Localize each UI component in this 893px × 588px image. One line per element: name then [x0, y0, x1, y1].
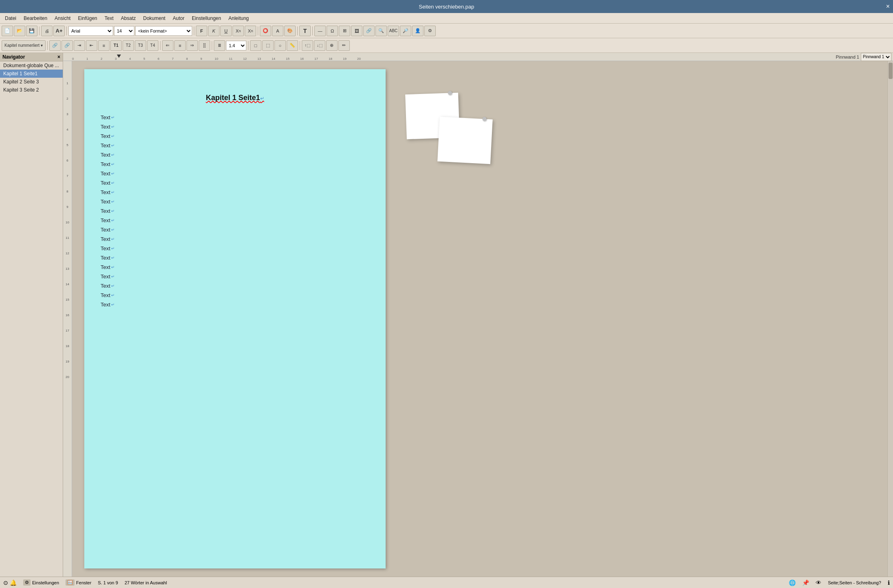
ruler-mark-14: 14: [272, 57, 275, 61]
menu-autor[interactable]: Autor: [169, 15, 188, 22]
font-color-button[interactable]: A: [272, 26, 283, 36]
font-select[interactable]: Arial: [68, 26, 113, 36]
background-color-button[interactable]: 🎨: [284, 26, 296, 36]
nav-item-kapitel3[interactable]: Kapitel 3 Seite 2: [0, 86, 63, 94]
export-button[interactable]: ↑⬚: [302, 40, 313, 51]
underline-button[interactable]: U: [220, 26, 232, 36]
status-mode: Seite;Seiten - Schreibung?: [828, 580, 881, 585]
highlight-button[interactable]: ⭕: [260, 26, 271, 36]
table-button[interactable]: ⊞: [339, 26, 350, 36]
text-line-12: Text↵: [101, 217, 369, 223]
menu-ansicht[interactable]: Ansicht: [51, 15, 74, 22]
style-select[interactable]: <kein Format>: [135, 26, 192, 36]
page-heading: Kapitel 1 Seite1↵: [101, 94, 369, 102]
nav-item-global[interactable]: Dokument-globale Que ...: [0, 61, 63, 70]
navigator-close-button[interactable]: ×: [57, 54, 60, 60]
heading1-button[interactable]: T1: [110, 40, 122, 51]
document-main: Kapitel 1 Seite1↵ Text↵ Text↵ Text↵ Text…: [72, 61, 887, 577]
settings-icon-btn[interactable]: ⚙: [424, 26, 436, 36]
status-settings-label[interactable]: Einstellungen: [32, 580, 59, 585]
bold-button[interactable]: F: [196, 26, 207, 36]
menu-bearbeiten[interactable]: Bearbeiten: [20, 15, 50, 22]
status-icon-pin: 📌: [802, 579, 809, 586]
zoom-button[interactable]: 🔎: [400, 26, 411, 36]
ruler-top: 0 1 2 3 4 5 6 7 8 9 10 11 12 13 14 15 16: [63, 53, 893, 61]
user-button[interactable]: 👤: [412, 26, 423, 36]
menu-dokument[interactable]: Dokument: [140, 15, 169, 22]
status-window-label[interactable]: Fenster: [76, 580, 91, 585]
new-button[interactable]: 📄: [2, 26, 13, 36]
chapter-num-select[interactable]: Kapitel nummerliert ▾: [2, 40, 46, 51]
align-left-button[interactable]: ⇐: [162, 40, 173, 51]
insert-line-button[interactable]: —: [314, 26, 326, 36]
ruler-mark-6: 6: [158, 57, 159, 61]
frame-button[interactable]: ⬚: [262, 40, 274, 51]
return-marker-3: ↵: [111, 134, 114, 138]
italic-button[interactable]: K: [208, 26, 219, 36]
lruler-7: 7: [63, 174, 72, 178]
status-icon-1: ⊙: [3, 579, 8, 586]
menu-anleitung[interactable]: Anleitung: [225, 15, 252, 22]
line-spacing-button[interactable]: ≣: [214, 40, 225, 51]
save-button[interactable]: 💾: [26, 26, 37, 36]
extra-button[interactable]: ⊕: [326, 40, 338, 51]
font-size-increase-button[interactable]: A+: [53, 26, 65, 36]
scrollbar-thumb[interactable]: [889, 63, 893, 79]
text-box-button[interactable]: □: [250, 40, 261, 51]
ruler-toggle-button[interactable]: 📏: [287, 40, 298, 51]
status-settings[interactable]: ⚙ Einstellungen: [23, 579, 59, 586]
menu-einstellungen[interactable]: Einstellungen: [189, 15, 224, 22]
sticky-note-2[interactable]: [437, 117, 493, 164]
special-char-button[interactable]: Ω: [327, 26, 338, 36]
heading2-button[interactable]: T2: [123, 40, 134, 51]
status-icon-2: 🔔: [10, 579, 17, 586]
list-button[interactable]: ≡: [98, 40, 110, 51]
nav-item-kapitel1[interactable]: Kapitel 1 Seite1: [0, 70, 63, 78]
font-size-select[interactable]: 14: [114, 26, 134, 36]
justify-button[interactable]: ⣿: [199, 40, 210, 51]
text-line-11: Text↵: [101, 208, 369, 214]
return-marker-5: ↵: [111, 153, 114, 157]
right-scrollbar[interactable]: [887, 61, 893, 577]
return-marker-4: ↵: [111, 143, 114, 148]
lruler-6: 6: [63, 159, 72, 162]
unlink-button[interactable]: 🔗: [61, 40, 73, 51]
outdent-button[interactable]: ⇤: [86, 40, 97, 51]
text-line-20: Text↵: [101, 292, 369, 298]
print-button[interactable]: 🖨: [41, 26, 53, 36]
heading4-button[interactable]: T4: [147, 40, 158, 51]
text-insert-button[interactable]: T: [299, 26, 311, 36]
circle-button[interactable]: ○: [274, 40, 286, 51]
document-scroll-area[interactable]: 1 2 3 4 5 6 7 8 9 10 11 12 13 14 15 16 1…: [63, 61, 893, 577]
status-window[interactable]: 🪟 Fenster: [66, 579, 91, 586]
text-content-7: Text: [101, 170, 110, 177]
ruler-mark-0: 0: [72, 57, 74, 61]
line-spacing-select[interactable]: 1.4: [226, 41, 246, 50]
link-button2[interactable]: 🔗: [49, 40, 61, 51]
align-center-button[interactable]: ≡: [174, 40, 186, 51]
window-close-button[interactable]: ×: [886, 3, 890, 10]
search-button[interactable]: 🔍: [375, 26, 387, 36]
link-button[interactable]: 🔗: [363, 26, 375, 36]
nav-item-kapitel2[interactable]: Kapitel 2 Seite 3: [0, 78, 63, 86]
open-button[interactable]: 📂: [14, 26, 25, 36]
menu-absatz[interactable]: Absatz: [118, 15, 139, 22]
align-right-button[interactable]: ⇒: [186, 40, 198, 51]
indent-button[interactable]: ⇥: [74, 40, 85, 51]
edit-button2[interactable]: ✏: [338, 40, 350, 51]
menu-einfuegen[interactable]: Einfügen: [75, 15, 100, 22]
abc-button[interactable]: ABC: [388, 26, 399, 36]
menu-datei[interactable]: Datei: [2, 15, 20, 22]
menu-text[interactable]: Text: [101, 15, 117, 22]
heading3-button[interactable]: T3: [135, 40, 146, 51]
image-button[interactable]: 🖼: [351, 26, 362, 36]
return-marker-17: ↵: [111, 265, 114, 269]
subscript-button[interactable]: Xn: [233, 26, 244, 36]
import-button[interactable]: ↓⬚: [314, 40, 325, 51]
pinnwand-select[interactable]: Pinnwand 1 Pinnwand 2: [861, 53, 891, 61]
document-page[interactable]: Kapitel 1 Seite1↵ Text↵ Text↵ Text↵ Text…: [84, 69, 386, 568]
menu-bar: Datei Bearbeiten Ansicht Einfügen Text A…: [0, 13, 893, 24]
return-marker-21: ↵: [111, 302, 114, 307]
lruler-4: 4: [63, 128, 72, 131]
superscript-button[interactable]: Xn: [245, 26, 256, 36]
